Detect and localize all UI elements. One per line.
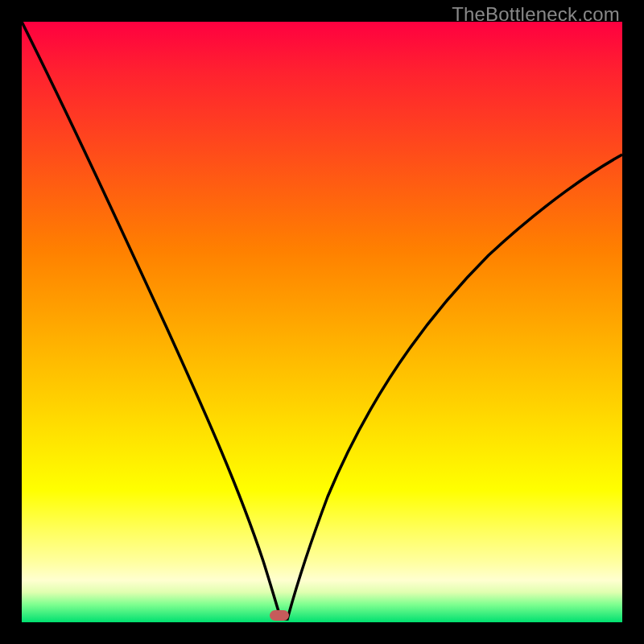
optimum-marker bbox=[270, 610, 289, 621]
watermark-text: TheBottleneck.com bbox=[452, 3, 620, 26]
bottleneck-curve bbox=[22, 22, 622, 622]
curve-path bbox=[22, 22, 622, 619]
plot-area bbox=[22, 22, 622, 622]
